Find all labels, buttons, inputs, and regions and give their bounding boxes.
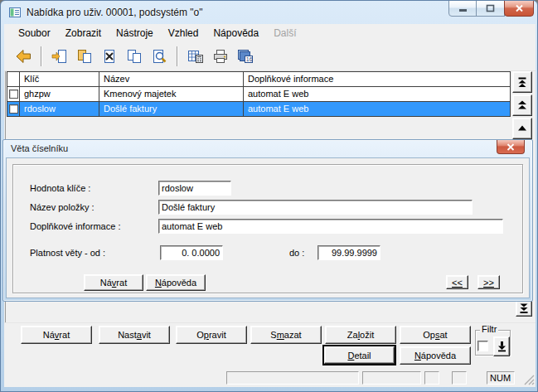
delete-button[interactable]: Smazat xyxy=(250,326,322,344)
close-icon xyxy=(506,143,515,151)
record-dialog: Věta číselníku Hodnota klíče : Název pol… xyxy=(2,139,533,302)
copy-button[interactable]: Opsat xyxy=(400,326,471,344)
back-button[interactable] xyxy=(12,45,35,68)
info-field-label: Doplňkové informace : xyxy=(30,219,120,234)
scroll-to-first-button[interactable] xyxy=(512,71,532,93)
dialog-body: Hodnota klíče : Název položky : Doplňkov… xyxy=(6,157,530,298)
validity-to-label: do : xyxy=(289,245,304,260)
minimize-button[interactable] xyxy=(448,0,477,17)
insert-record-button[interactable] xyxy=(48,45,71,68)
help-16-icon: 16 xyxy=(237,48,254,65)
validity-from-input[interactable] xyxy=(160,245,223,260)
help-button[interactable]: Nápověda xyxy=(400,346,471,365)
delete-record-icon xyxy=(101,48,118,65)
menu-nastroje[interactable]: Nástroje xyxy=(109,24,161,42)
insert-record-icon xyxy=(51,48,68,65)
delete-record-button[interactable] xyxy=(98,45,121,68)
filter-checkbox[interactable] xyxy=(477,341,488,351)
app-window: Nabídka pro uživ. 00001, podsystém "o" S… xyxy=(0,0,538,392)
duplicate-record-button[interactable] xyxy=(123,45,146,68)
scroll-to-last-icon xyxy=(519,303,529,314)
filter-dropdown-button[interactable] xyxy=(493,336,510,356)
row-name-cell: Kmenový majetek xyxy=(99,87,244,101)
print-button[interactable] xyxy=(209,45,232,68)
toolbar-separator xyxy=(41,46,42,66)
preview-record-icon xyxy=(151,48,167,65)
grid-header-name: Název xyxy=(99,72,244,86)
row-checkbox[interactable] xyxy=(9,90,18,99)
help-16-button[interactable]: 16 xyxy=(234,45,257,68)
menu-dalsi: Další xyxy=(266,24,303,42)
menu-vzhled[interactable]: Vzhled xyxy=(161,24,206,42)
up-arrow-icon xyxy=(517,123,527,133)
double-up-arrow-icon xyxy=(517,100,527,110)
row-checkbox-cell xyxy=(7,102,20,116)
menu-napoveda[interactable]: Nápověda xyxy=(206,24,266,42)
validity-label: Platnost věty - od : xyxy=(30,245,105,260)
table-calc-button[interactable] xyxy=(184,45,207,68)
menu-bar: Soubor Zobrazit Nástroje Vzhled Nápověda… xyxy=(4,24,536,42)
resize-grip[interactable] xyxy=(523,374,536,385)
name-field-label: Název položky : xyxy=(30,200,95,215)
records-grid: Klíč Název Doplňkové informace ghzpw Kme… xyxy=(7,71,511,117)
maximize-button[interactable] xyxy=(476,0,505,17)
dialog-help-button[interactable]: Nápověda xyxy=(146,274,206,291)
scroll-page-up-button[interactable] xyxy=(512,94,532,116)
status-panel xyxy=(226,371,359,385)
menu-soubor[interactable]: Soubor xyxy=(11,24,58,42)
preview-record-button[interactable] xyxy=(148,45,171,68)
dialog-close-button[interactable] xyxy=(497,140,525,154)
status-panel xyxy=(424,371,439,385)
detail-button[interactable]: Detail xyxy=(324,346,395,364)
info-field-input[interactable] xyxy=(158,219,503,234)
toolbar-separator xyxy=(177,46,178,66)
table-calc-icon xyxy=(187,48,204,65)
status-panel xyxy=(362,371,421,385)
num-lock-indicator: NUM xyxy=(487,371,515,385)
row-info-cell: automat E web xyxy=(244,87,510,101)
edit-button[interactable]: Opravit xyxy=(176,326,247,344)
drop-to-end-icon xyxy=(497,341,507,352)
row-checkbox[interactable] xyxy=(9,104,18,114)
copy-record-button[interactable] xyxy=(73,45,96,68)
minimize-icon xyxy=(458,5,468,12)
create-button[interactable]: Založit xyxy=(325,326,396,344)
set-button[interactable]: Nastavit xyxy=(99,326,170,344)
return-button[interactable]: Návrat xyxy=(21,326,92,344)
svg-text:16: 16 xyxy=(246,56,253,62)
filter-label: Filtr xyxy=(480,325,498,334)
row-info-cell: automat E web xyxy=(244,102,510,116)
copy-record-icon xyxy=(76,48,93,65)
previous-record-button[interactable]: << xyxy=(446,275,468,289)
grid-header-key: Klíč xyxy=(20,72,99,86)
scroll-to-last-button[interactable] xyxy=(516,300,532,317)
grid-header-info: Doplňkové informace xyxy=(244,72,510,86)
maximize-icon xyxy=(486,4,495,12)
title-bar: Nabídka pro uživ. 00001, podsystém "o" xyxy=(1,1,537,24)
table-row-selected[interactable]: rdoslow Došlé faktury automat E web xyxy=(7,101,510,116)
row-key-cell: ghzpw xyxy=(20,87,99,101)
window-title: Nabídka pro uživ. 00001, podsystém "o" xyxy=(27,7,202,18)
print-icon xyxy=(212,48,229,65)
grid-header-row: Klíč Název Doplňkové informace xyxy=(7,72,510,86)
dialog-return-button[interactable]: Návrat xyxy=(84,274,143,291)
app-icon xyxy=(8,6,22,19)
scroll-up-button[interactable] xyxy=(512,118,532,139)
validity-to-input[interactable] xyxy=(317,245,380,260)
status-panel xyxy=(452,371,467,385)
key-field-input[interactable] xyxy=(158,181,231,196)
table-row[interactable]: ghzpw Kmenový majetek automat E web xyxy=(7,86,510,101)
name-field-input[interactable] xyxy=(158,200,473,215)
close-button[interactable] xyxy=(504,0,534,17)
duplicate-record-icon xyxy=(126,48,143,65)
detail-button-default-ring: Detail xyxy=(322,345,396,365)
row-name-cell: Došlé faktury xyxy=(99,102,244,116)
grid-header-checkbox-column xyxy=(7,72,20,86)
row-checkbox-cell xyxy=(7,87,20,101)
key-field-label: Hodnota klíče : xyxy=(30,181,90,196)
toolbar: 16 xyxy=(4,42,536,71)
next-record-button[interactable]: >> xyxy=(477,275,500,289)
row-key-cell: rdoslow xyxy=(20,102,99,116)
panel-separator xyxy=(4,322,536,323)
menu-zobrazit[interactable]: Zobrazit xyxy=(58,24,109,42)
